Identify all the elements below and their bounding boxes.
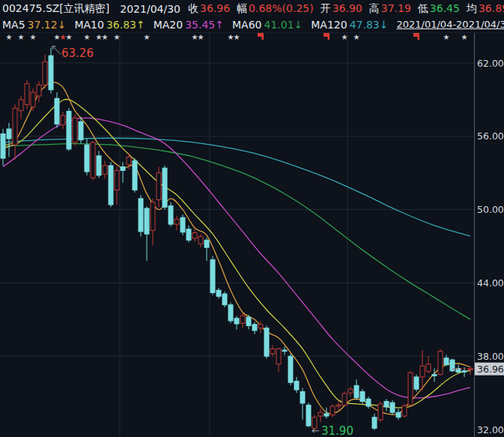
candle-down (55, 98, 59, 124)
ma10-legend: MA1036.83↑ (74, 19, 145, 31)
candle-up (37, 85, 41, 96)
candle-down (121, 167, 125, 171)
candle-down (139, 199, 143, 232)
candle-up (19, 100, 23, 111)
event-star-icon: ★ (341, 33, 348, 41)
high-annotation: 63.26 (61, 46, 94, 60)
candle-down (366, 399, 371, 406)
event-star-icon: ★ (102, 33, 109, 41)
candle-up (157, 173, 161, 200)
candle-down (145, 208, 149, 234)
event-star-icon: ★ (144, 33, 151, 41)
y-axis-tick: 50.00 (477, 204, 504, 215)
candle-up (103, 166, 107, 174)
candle-down (210, 259, 215, 292)
event-star-icon: ★ (84, 33, 91, 41)
candle-down (49, 55, 53, 90)
candle-down (252, 325, 257, 331)
candle-down (222, 294, 227, 305)
low-annotation-arrow: ← (312, 425, 320, 436)
candle-down (168, 206, 173, 224)
candle-up (151, 202, 155, 230)
ma-line-ma120 (3, 138, 470, 236)
candle-up (336, 405, 341, 406)
event-star-icon: ★ (6, 33, 13, 41)
candle-up (91, 142, 95, 178)
event-flag-icon (324, 33, 330, 40)
date-range-label[interactable]: 2021/01/04-2021/04/30(79日) (396, 18, 504, 31)
candle-up (276, 349, 281, 364)
candle-up (342, 394, 347, 405)
candle-up (127, 157, 131, 165)
event-star-icon: ★ (461, 33, 468, 41)
candle-down (282, 350, 287, 352)
event-star-icon: ★ (66, 33, 73, 41)
event-star-icon: ★ (234, 33, 240, 41)
stock-symbol: 002475.SZ[立讯精密] (2, 2, 109, 16)
event-star-icon: ★ (443, 33, 450, 41)
candle-down (67, 111, 71, 149)
high-annotation-arrow (52, 46, 61, 54)
candle-down (384, 402, 389, 407)
candle-down (300, 391, 305, 403)
candle-down (288, 356, 293, 382)
candle-down (432, 375, 437, 376)
event-star-icon: ★ (198, 33, 204, 41)
candle-down (264, 328, 269, 356)
candle-up (43, 61, 47, 85)
candle-up (240, 316, 245, 323)
candle-down (7, 129, 11, 139)
candle-down (79, 121, 83, 139)
candle-down (306, 405, 311, 426)
candle-down (462, 371, 467, 372)
candle-down (1, 134, 5, 159)
ma120-legend: MA12047.83↓ (311, 19, 388, 31)
quote-field-avg: 均36.89 (467, 2, 504, 16)
quote-date: 2021/04/30 (120, 3, 180, 15)
candle-up (13, 108, 17, 145)
last-price-label: 36.96 (477, 364, 504, 375)
quote-field-low: 低36.45 (418, 2, 460, 16)
candle-down (294, 382, 299, 390)
low-annotation: 31.90 (321, 424, 353, 437)
event-star-icon: ★ (353, 33, 360, 41)
quote-field-close: 收36.96 (188, 2, 230, 16)
date-range-selector[interactable]: 2021/01/04-2021/04/30(79日) ▼ (396, 18, 504, 31)
candle-up (258, 325, 263, 328)
event-red-star-icon: ★ (60, 33, 67, 41)
candle-up (61, 115, 65, 124)
candle-down (372, 418, 377, 429)
event-flag-icon (413, 33, 419, 40)
event-star-icon: ★ (114, 33, 121, 41)
candle-down (414, 377, 419, 389)
candle-up (438, 352, 443, 375)
kline-chart[interactable]: 62.0056.0050.0044.0038.0032.00★★★★★★★★★★… (0, 0, 504, 437)
quote-header: 002475.SZ[立讯精密] 2021/04/30 收36.96 幅0.68%… (2, 1, 504, 16)
candle-down (354, 385, 359, 397)
candle-down (163, 168, 167, 207)
candle-up (318, 412, 323, 416)
quote-field-change: 幅0.68%(0.25) (237, 2, 314, 16)
candle-up (420, 366, 425, 377)
candle-down (228, 305, 233, 321)
candle-down (324, 414, 329, 416)
quote-field-open: 开36.90 (321, 2, 362, 16)
candle-up (408, 373, 413, 405)
y-axis-tick: 56.00 (477, 130, 504, 142)
candle-down (234, 319, 239, 324)
candle-down (216, 290, 221, 296)
candle-down (180, 217, 185, 232)
candle-up (25, 84, 29, 105)
quote-field-high: 高37.19 (369, 2, 411, 16)
candle-up (73, 118, 77, 142)
candle-down (109, 166, 113, 205)
y-axis-tick: 44.00 (477, 277, 504, 289)
candle-down (186, 229, 191, 241)
candle-up (198, 236, 203, 244)
event-star-icon: ★ (30, 33, 37, 41)
candle-down (85, 145, 89, 172)
candle-down (360, 391, 365, 401)
ma-legend: MA537.12↓ MA1036.83↑ MA2035.45↑ MA6041.0… (2, 17, 504, 31)
candle-up (174, 220, 179, 225)
y-axis-tick: 32.00 (477, 424, 504, 436)
